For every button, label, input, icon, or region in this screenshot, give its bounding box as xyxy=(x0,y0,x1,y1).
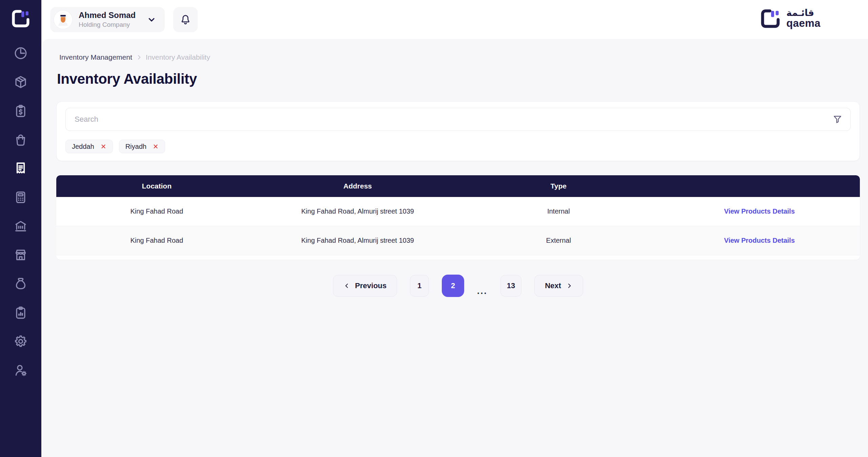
next-page-button[interactable]: Next xyxy=(534,275,583,297)
page-title: Inventory Availability xyxy=(57,71,860,87)
sidebar-item-expenses[interactable] xyxy=(13,276,28,292)
chip-label: Riyadh xyxy=(125,143,146,151)
locations-table: Location Address Type King Fahad Road Ki… xyxy=(56,175,860,260)
cell-type: Internal xyxy=(458,207,659,215)
sidebar-nav xyxy=(13,45,28,378)
chevron-right-icon xyxy=(566,282,573,289)
next-label: Next xyxy=(545,281,561,290)
cell-location: King Fahad Road xyxy=(56,237,257,244)
page-button-2-active[interactable]: 2 xyxy=(442,275,464,297)
qaema-logo-icon xyxy=(760,8,781,29)
pagination-ellipsis: ... xyxy=(477,285,488,297)
clipboard-chart-icon xyxy=(13,305,28,320)
page-button-1[interactable]: 1 xyxy=(410,275,429,297)
table-row: King Fahad Road King Fahad Road, Almurij… xyxy=(56,197,860,226)
main-area: Ahmed Somad Holding Company قائـ xyxy=(41,0,868,457)
app-logo[interactable] xyxy=(11,9,31,28)
cell-location: King Fahad Road xyxy=(56,207,257,215)
sidebar-item-dashboard[interactable] xyxy=(13,45,28,61)
calculator-icon xyxy=(13,190,28,205)
chevron-right-icon xyxy=(136,54,142,61)
sidebar-item-user-management[interactable] xyxy=(13,362,28,378)
cell-address: King Fahad Road, Almurij street 1039 xyxy=(257,207,458,215)
clipboard-dollar-icon xyxy=(13,103,28,118)
page-button-13[interactable]: 13 xyxy=(500,275,521,297)
sidebar-item-inventory[interactable] xyxy=(13,161,28,176)
column-header-location: Location xyxy=(56,182,257,190)
close-x-icon[interactable] xyxy=(153,143,159,150)
search-box xyxy=(65,108,851,131)
filter-chip-riyadh: Riyadh xyxy=(119,140,165,153)
filter-chips: Jeddah Riyadh xyxy=(65,140,851,153)
sidebar-item-products[interactable] xyxy=(13,74,28,90)
column-header-address: Address xyxy=(257,182,458,190)
sidebar-item-store[interactable] xyxy=(13,247,28,263)
cell-address: King Fahad Road, Almurij street 1039 xyxy=(257,237,458,244)
notifications-button[interactable] xyxy=(173,7,198,32)
brand-wordmark: قائـمة qaema xyxy=(786,8,821,28)
funnel-icon[interactable] xyxy=(832,114,843,124)
search-input[interactable] xyxy=(65,108,851,131)
filter-chip-jeddah: Jeddah xyxy=(65,140,113,153)
previous-label: Previous xyxy=(355,281,387,290)
table-row: King Fahad Road King Fahad Road, Almurij… xyxy=(56,226,860,255)
bell-icon xyxy=(179,13,192,26)
user-name: Ahmed Somad xyxy=(79,11,136,20)
view-products-details-link[interactable]: View Products Details xyxy=(659,207,860,215)
brand-arabic: قائـمة xyxy=(786,8,821,18)
clock-icon xyxy=(13,46,28,61)
table-header-row: Location Address Type xyxy=(56,175,860,197)
sidebar xyxy=(0,0,41,457)
brand-logo: قائـمة qaema xyxy=(760,8,821,29)
content-area: Inventory Management Inventory Availabil… xyxy=(43,39,868,457)
breadcrumb-inventory-availability: Inventory Availability xyxy=(146,53,210,61)
gear-icon xyxy=(13,334,28,349)
bank-icon xyxy=(13,219,28,234)
cell-type: External xyxy=(458,237,659,244)
search-filter-card: Jeddah Riyadh xyxy=(56,101,860,161)
sidebar-item-invoices[interactable] xyxy=(13,103,28,119)
topbar: Ahmed Somad Holding Company قائـ xyxy=(41,0,868,39)
receipt-icon xyxy=(13,161,28,176)
company-switcher[interactable]: Ahmed Somad Holding Company xyxy=(50,7,165,32)
chevron-left-icon xyxy=(343,282,350,289)
column-header-type: Type xyxy=(458,182,659,190)
breadcrumb: Inventory Management Inventory Availabil… xyxy=(59,53,860,61)
sidebar-item-settings[interactable] xyxy=(13,334,28,349)
chip-label: Jeddah xyxy=(72,143,94,151)
money-bag-icon xyxy=(13,276,28,291)
user-info: Ahmed Somad Holding Company xyxy=(79,11,136,28)
qaema-logo-icon xyxy=(11,9,31,28)
store-icon xyxy=(13,247,28,262)
avatar xyxy=(54,10,73,29)
sidebar-item-bank[interactable] xyxy=(13,218,28,234)
chevron-down-icon xyxy=(146,15,157,25)
user-role: Holding Company xyxy=(79,21,136,28)
sidebar-item-accounting[interactable] xyxy=(13,190,28,205)
package-icon xyxy=(13,75,28,90)
view-products-details-link[interactable]: View Products Details xyxy=(659,237,860,244)
sidebar-item-purchases[interactable] xyxy=(13,132,28,147)
previous-page-button[interactable]: Previous xyxy=(333,275,397,297)
shopping-bag-icon xyxy=(13,132,28,147)
breadcrumb-inventory-management[interactable]: Inventory Management xyxy=(59,53,132,61)
app-root: Ahmed Somad Holding Company قائـ xyxy=(0,0,868,457)
close-x-icon[interactable] xyxy=(100,143,106,150)
user-gear-icon xyxy=(13,363,28,378)
brand-latin: qaema xyxy=(786,18,821,29)
pagination: Previous 1 2 ... 13 Next xyxy=(56,275,860,297)
sidebar-item-reports[interactable] xyxy=(13,305,28,320)
